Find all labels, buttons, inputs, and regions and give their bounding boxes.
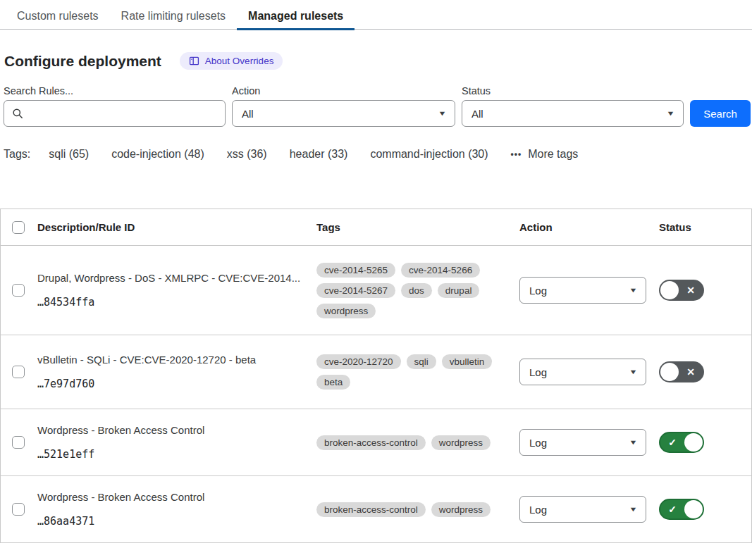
select-all-checkbox[interactable] [12, 221, 25, 234]
tag-pill: wordpress [316, 304, 376, 318]
more-tags-button[interactable]: ••• More tags [511, 148, 579, 161]
action-filter-label: Action [232, 85, 455, 97]
row-checkbox[interactable] [12, 366, 25, 378]
about-overrides-badge[interactable]: About Overrides [180, 52, 283, 70]
rule-status-toggle[interactable]: ✓ ✕ [659, 361, 704, 382]
filter-bar: Search Rules... Action All ▼ Status All … [0, 70, 752, 127]
rule-tags: broken-access-control wordpress [316, 433, 519, 453]
status-filter-label: Status [462, 85, 684, 97]
chevron-down-icon: ▼ [629, 368, 637, 375]
tag-pill: cve-2014-5267 [316, 283, 395, 298]
column-header-status: Status [659, 221, 751, 233]
rule-action-value: Log [529, 285, 547, 297]
chevron-down-icon: ▼ [666, 110, 674, 117]
row-checkbox[interactable] [12, 503, 25, 516]
tab-rate-limiting-rulesets[interactable]: Rate limiting rulesets [110, 3, 238, 30]
tag-pill: sqli [407, 354, 436, 369]
rule-action-value: Log [529, 437, 547, 449]
ruleset-tabbar: Custom rulesets Rate limiting rulesets M… [0, 0, 752, 30]
rule-tags: cve-2014-5265 cve-2014-5266 cve-2014-526… [316, 260, 519, 321]
tag-pill: dos [401, 283, 432, 298]
toggle-knob [660, 281, 679, 299]
tag-filter-command-injection[interactable]: command-injection (30) [370, 148, 488, 161]
search-icon [12, 108, 23, 122]
rule-id: …86aa4371 [37, 515, 307, 528]
tag-pill: cve-2020-12720 [316, 354, 401, 369]
tag-pill: broken-access-control [316, 435, 426, 450]
rule-action-value: Log [529, 504, 547, 516]
rule-title: Drupal, Wordpress - DoS - XMLRPC - CVE:C… [37, 272, 307, 284]
table-row: Wordpress - Broken Access Control …521e1… [1, 409, 751, 476]
tag-filter-xss[interactable]: xss (36) [227, 148, 267, 161]
status-filter-select[interactable]: All ▼ [462, 100, 684, 127]
x-icon: ✕ [679, 367, 703, 377]
book-icon [189, 56, 199, 66]
tab-managed-rulesets[interactable]: Managed rulesets [237, 3, 355, 30]
toggle-knob [660, 363, 679, 381]
row-checkbox[interactable] [12, 436, 25, 449]
tag-filter-header[interactable]: header (33) [290, 148, 348, 161]
rule-action-select[interactable]: Log ▼ [519, 429, 646, 456]
check-icon: ✓ [660, 437, 684, 447]
table-row: Drupal, Wordpress - DoS - XMLRPC - CVE:C… [1, 246, 751, 335]
more-tags-label: More tags [528, 148, 578, 161]
search-rules-label: Search Rules... [4, 85, 226, 97]
tag-pill: cve-2014-5265 [316, 263, 395, 278]
chevron-down-icon: ▼ [629, 439, 637, 446]
row-checkbox[interactable] [12, 284, 25, 297]
tab-custom-rulesets[interactable]: Custom rulesets [6, 3, 110, 30]
check-icon: ✓ [660, 504, 684, 514]
table-header-row: Description/Rule ID Tags Action Status [1, 209, 751, 246]
rule-status-toggle[interactable]: ✓ ✕ [659, 432, 704, 453]
tag-pill: broken-access-control [316, 502, 426, 517]
rule-action-select[interactable]: Log ▼ [519, 277, 646, 304]
search-rules-input[interactable] [4, 100, 226, 127]
rule-title: Wordpress - Broken Access Control [37, 424, 307, 436]
action-filter-value: All [242, 108, 254, 120]
chevron-down-icon: ▼ [629, 506, 637, 513]
column-header-tags: Tags [316, 221, 519, 233]
rule-tags: cve-2020-12720 sqli vbulletin beta [316, 351, 519, 392]
rule-id: …84534ffa [37, 296, 307, 309]
rule-action-value: Log [529, 366, 547, 378]
rule-action-select[interactable]: Log ▼ [519, 359, 646, 385]
ellipsis-icon: ••• [511, 149, 522, 159]
status-filter-value: All [471, 108, 483, 120]
chevron-down-icon: ▼ [438, 110, 446, 117]
rule-title: Wordpress - Broken Access Control [37, 491, 307, 503]
rule-status-toggle[interactable]: ✓ ✕ [659, 499, 704, 520]
about-overrides-label: About Overrides [205, 56, 274, 66]
search-button[interactable]: Search [690, 100, 751, 127]
x-icon: ✕ [679, 285, 703, 295]
chevron-down-icon: ▼ [629, 287, 637, 294]
rule-action-select[interactable]: Log ▼ [519, 496, 646, 523]
page-header: Configure deployment About Overrides [0, 30, 752, 70]
column-header-action: Action [519, 221, 659, 233]
rule-status-toggle[interactable]: ✓ ✕ [659, 280, 704, 301]
toggle-knob [684, 500, 703, 518]
table-row: vBulletin - SQLi - CVE:CVE-2020-12720 - … [1, 335, 751, 409]
tag-pill: drupal [438, 283, 480, 298]
tag-pill: wordpress [431, 435, 491, 450]
tags-bar: Tags: sqli (65) code-injection (48) xss … [0, 127, 752, 161]
tag-pill: cve-2014-5266 [401, 263, 480, 278]
tag-filter-sqli[interactable]: sqli (65) [49, 148, 89, 161]
table-row: Wordpress - Broken Access Control …86aa4… [1, 476, 751, 543]
tag-filter-code-injection[interactable]: code-injection (48) [111, 148, 204, 161]
rules-table: Description/Rule ID Tags Action Status D… [0, 209, 752, 543]
tag-pill: beta [316, 375, 350, 390]
tags-bar-label: Tags: [4, 148, 30, 161]
tag-pill: wordpress [431, 502, 491, 517]
page-title: Configure deployment [4, 53, 161, 70]
column-header-description: Description/Rule ID [37, 221, 316, 233]
rule-tags: broken-access-control wordpress [316, 499, 519, 520]
tag-pill: vbulletin [442, 354, 493, 369]
rule-title: vBulletin - SQLi - CVE:CVE-2020-12720 - … [37, 354, 307, 366]
action-filter-select[interactable]: All ▼ [232, 100, 455, 127]
rule-id: …7e97d760 [37, 378, 307, 390]
rule-id: …521e1eff [37, 448, 307, 461]
toggle-knob [684, 433, 703, 452]
